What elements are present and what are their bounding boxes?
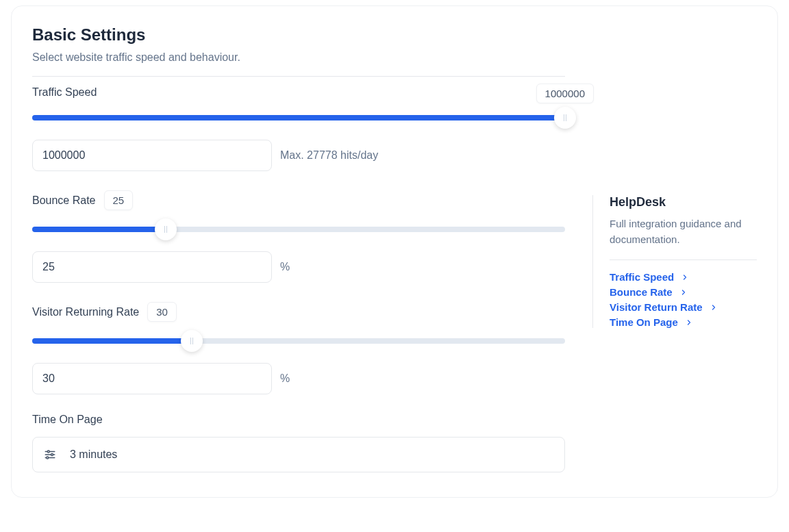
visitor-return-setting: Visitor Returning Rate 30 % [32, 302, 565, 394]
helpdesk-link-label: Time On Page [610, 316, 678, 328]
time-on-page-value: 3 minutes [70, 448, 117, 461]
traffic-speed-hits: Max. 27778 hits/day [280, 149, 378, 162]
helpdesk-link-time-on-page[interactable]: Time On Page [610, 316, 757, 328]
visitor-return-label: Visitor Returning Rate [32, 306, 139, 318]
svg-point-5 [47, 457, 49, 459]
page-title: Basic Settings [32, 25, 565, 45]
chevron-right-icon [710, 303, 718, 312]
chevron-right-icon [681, 273, 689, 281]
visitor-return-input[interactable] [32, 363, 272, 394]
traffic-speed-slider[interactable] [32, 115, 565, 121]
traffic-speed-input[interactable] [32, 140, 272, 171]
visitor-return-slider-fill [32, 338, 192, 344]
helpdesk-links: Traffic Speed Bounce Rate Visitor Return… [610, 271, 757, 328]
traffic-speed-slider-fill [32, 115, 565, 121]
divider [32, 76, 565, 77]
traffic-speed-label: Traffic Speed [32, 86, 97, 99]
visitor-return-suffix: % [280, 372, 290, 385]
page-subtitle: Select website traffic speed and behavio… [32, 51, 565, 64]
time-on-page-select[interactable]: 3 minutes [32, 437, 565, 472]
time-on-page-setting: Time On Page 3 minutes [32, 414, 565, 472]
bounce-rate-suffix: % [280, 261, 290, 273]
bounce-rate-tooltip: 25 [104, 190, 134, 210]
visitor-return-slider[interactable] [32, 338, 565, 344]
helpdesk-link-bounce-rate[interactable]: Bounce Rate [610, 286, 757, 298]
helpdesk-link-visitor-return[interactable]: Visitor Return Rate [610, 301, 757, 313]
helpdesk-divider [610, 259, 757, 260]
helpdesk-column: HelpDesk Full integration guidance and d… [592, 25, 757, 472]
bounce-rate-slider-fill [32, 227, 166, 232]
visitor-return-tooltip: 30 [147, 302, 177, 322]
chevron-right-icon [679, 288, 688, 296]
helpdesk-link-label: Traffic Speed [610, 271, 674, 283]
traffic-speed-tooltip: 1000000 [536, 84, 594, 103]
bounce-rate-slider-thumb[interactable] [155, 218, 177, 240]
traffic-speed-setting: Traffic Speed 1000000 Max. 27778 hits/da… [32, 86, 565, 171]
traffic-speed-slider-thumb[interactable] [554, 107, 576, 129]
helpdesk-link-traffic-speed[interactable]: Traffic Speed [610, 271, 757, 283]
bounce-rate-input[interactable] [32, 251, 272, 283]
bounce-rate-setting: Bounce Rate 25 % [32, 190, 565, 283]
helpdesk-link-label: Visitor Return Rate [610, 301, 703, 313]
settings-main-column: Basic Settings Select website traffic sp… [32, 25, 565, 472]
helpdesk-desc: Full integration guidance and documentat… [610, 216, 757, 247]
basic-settings-card: Basic Settings Select website traffic sp… [11, 5, 778, 498]
bounce-rate-label: Bounce Rate [32, 194, 96, 207]
sliders-icon [44, 448, 56, 461]
visitor-return-slider-thumb[interactable] [181, 330, 203, 352]
svg-point-3 [51, 454, 53, 456]
helpdesk-title: HelpDesk [610, 195, 757, 210]
svg-point-1 [47, 451, 49, 453]
helpdesk-link-label: Bounce Rate [610, 286, 673, 298]
bounce-rate-slider[interactable] [32, 227, 565, 232]
time-on-page-label: Time On Page [32, 414, 103, 426]
chevron-right-icon [685, 318, 693, 327]
